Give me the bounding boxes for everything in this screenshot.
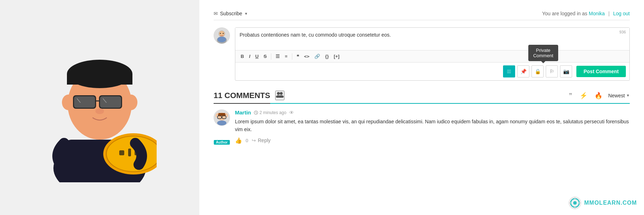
- right-panel: ✉ Subscribe ▼ You are logged in as Monik…: [199, 0, 644, 215]
- watermark-suffix: ARN.COM: [607, 200, 637, 206]
- fire-sort-button[interactable]: 🔥: [593, 91, 604, 100]
- private-comment-tooltip: PrivateComment: [528, 45, 558, 61]
- comment-text: Lorem ipsum dolor sit amet, ea tantas mo…: [235, 118, 630, 134]
- flag-button[interactable]: ⚐: [546, 65, 558, 77]
- sort-dropdown-arrow-icon: ▼: [626, 93, 630, 97]
- comment-body: Martin 2 minutes ago 👁 Lorem ipsum dolor…: [235, 109, 630, 144]
- comment-avatar-wrap: Author: [214, 109, 230, 144]
- author-badge: Author: [214, 140, 230, 145]
- login-prefix: You are logged in as: [542, 11, 587, 16]
- sort-dropdown[interactable]: Newest ▼: [608, 93, 630, 98]
- watermark-logo-icon: [569, 197, 581, 209]
- subscribe-arrow-icon: ▼: [244, 12, 248, 16]
- bold-button[interactable]: B: [239, 53, 246, 60]
- pin-icon: 📌: [520, 69, 527, 74]
- comments-sort-group: ❞ ⚡ 🔥 Newest ▼: [567, 91, 630, 100]
- strikethrough-button[interactable]: S: [262, 53, 268, 60]
- separator: |: [608, 11, 610, 16]
- like-button[interactable]: 👍: [235, 137, 242, 144]
- link-button[interactable]: 🔗: [313, 53, 322, 60]
- flag-icon: ⚐: [550, 69, 554, 74]
- svg-point-29: [218, 37, 226, 42]
- top-bar: ✉ Subscribe ▼ You are logged in as Monik…: [214, 11, 630, 20]
- comment-meta: Martin 2 minutes ago 👁: [235, 109, 630, 115]
- comments-text: COMMENTS: [225, 91, 270, 100]
- comment-privacy-icon: 👁: [289, 110, 294, 115]
- mascot-avatar: [43, 33, 157, 182]
- char-count: 936: [619, 30, 626, 34]
- watermark-prefix: MMOLE: [584, 200, 607, 206]
- underline-button[interactable]: U: [253, 53, 260, 60]
- svg-point-40: [217, 120, 226, 125]
- post-comment-button[interactable]: Post Comment: [576, 66, 626, 77]
- reply-button[interactable]: ↪ Reply: [252, 138, 271, 143]
- sort-current-label: Newest: [608, 93, 625, 98]
- login-info: You are logged in as Monika | Log out: [542, 11, 630, 16]
- svg-rect-20: [128, 149, 131, 156]
- email-icon: ✉: [214, 11, 218, 16]
- braces-button[interactable]: {}: [323, 53, 330, 60]
- svg-point-27: [220, 33, 221, 34]
- image-icon: 📷: [563, 69, 569, 74]
- eye-slash-icon: 👁̶: [507, 69, 511, 74]
- image-button[interactable]: 📷: [560, 65, 572, 77]
- ordered-list-button[interactable]: ☰: [274, 53, 282, 60]
- clock-icon: [254, 111, 258, 115]
- unordered-list-button[interactable]: ≡: [283, 53, 289, 60]
- svg-point-46: [573, 201, 577, 205]
- like-count: 0: [246, 138, 248, 143]
- lock-icon: 🔒: [535, 69, 541, 74]
- comments-section: 11 COMMENTS ❞ ⚡: [214, 91, 630, 144]
- comment-time: 2 minutes ago: [254, 110, 286, 115]
- toolbar-separator-1: [271, 53, 271, 60]
- comments-header: 11 COMMENTS ❞ ⚡: [214, 91, 630, 104]
- svg-point-6: [62, 95, 75, 110]
- hot-sort-button[interactable]: ⚡: [578, 91, 589, 100]
- svg-rect-19: [119, 150, 124, 155]
- private-comment-button[interactable]: 👁̶: [503, 65, 515, 77]
- italic-button[interactable]: I: [247, 53, 252, 60]
- comment-editor: 936 Probatus contentiones nam te, cu com…: [235, 27, 630, 81]
- comment-textarea[interactable]: Probatus contentiones nam te, cu commodo…: [235, 28, 629, 49]
- svg-point-28: [223, 33, 224, 34]
- post-controls: PrivateComment 👁̶ 📌 🔒 ⚐ 📷: [235, 62, 629, 80]
- comment-actions: 👍 0 ↪ Reply: [235, 137, 630, 144]
- current-user-avatar: [214, 27, 230, 44]
- comment-box-area: 936 Probatus contentiones nam te, cu com…: [214, 27, 630, 81]
- svg-rect-12: [100, 96, 121, 108]
- svg-point-31: [280, 92, 283, 95]
- commenter-name: Martin: [235, 109, 251, 115]
- svg-rect-36: [218, 113, 226, 116]
- comments-count-label: 11 COMMENTS: [214, 91, 270, 104]
- watermark-text: MMOLEARN.COM: [584, 200, 637, 206]
- username-link[interactable]: Monika: [589, 11, 605, 16]
- toolbar-separator-2: [292, 53, 292, 60]
- reply-label: Reply: [258, 138, 271, 143]
- subscribe-button[interactable]: ✉ Subscribe ▼: [214, 11, 248, 16]
- commenter-avatar: [214, 109, 230, 126]
- subscribe-label: Subscribe: [220, 11, 242, 16]
- comments-count: 11: [214, 91, 222, 100]
- pin-button[interactable]: 📌: [517, 65, 529, 77]
- lock-button[interactable]: 🔒: [532, 65, 544, 77]
- reply-arrow-icon: ↪: [252, 138, 256, 143]
- svg-point-30: [277, 92, 280, 95]
- svg-line-43: [256, 113, 257, 113]
- community-icon-button[interactable]: [275, 91, 284, 100]
- editor-toolbar: B I U S ☰ ≡ ❝ <> 🔗 {} [+]: [235, 50, 629, 62]
- svg-rect-5: [67, 74, 132, 85]
- comment-timestamp: 2 minutes ago: [260, 110, 286, 115]
- brackets-button[interactable]: [+]: [332, 53, 341, 60]
- code-button[interactable]: <>: [302, 53, 311, 60]
- svg-rect-11: [74, 96, 95, 108]
- logout-link[interactable]: Log out: [613, 11, 630, 16]
- blockquote-button[interactable]: ❝: [295, 53, 301, 60]
- best-sort-button[interactable]: ❞: [567, 91, 574, 100]
- svg-point-15: [95, 108, 104, 114]
- watermark: MMOLEARN.COM: [569, 197, 637, 209]
- thumbs-up-icon: 👍: [235, 137, 242, 144]
- left-panel: [0, 0, 199, 215]
- private-comment-text: PrivateComment: [533, 48, 553, 58]
- comments-title-group: 11 COMMENTS: [214, 91, 284, 100]
- comment-item: Author Martin 2 minutes ago: [214, 109, 630, 144]
